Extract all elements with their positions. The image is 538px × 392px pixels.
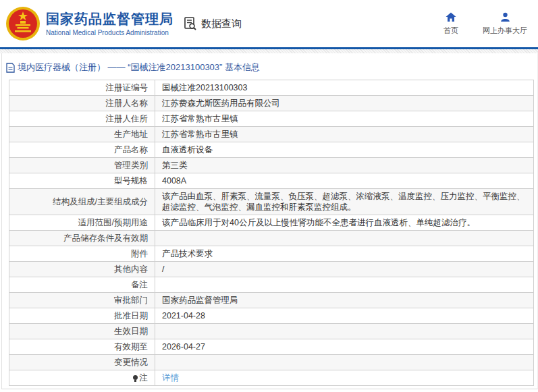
field-label: 注册人名称	[9, 96, 155, 111]
table-row: 有效期至2026-04-27	[9, 339, 534, 355]
table-row: 注册人名称江苏费森尤斯医药用品有限公司	[9, 96, 534, 111]
person-icon	[500, 12, 510, 22]
field-label: 其他内容	[9, 262, 155, 277]
document-icon	[6, 63, 15, 73]
field-label: 结构及组成/主要组成成分	[9, 189, 155, 215]
field-label: 注册证编号	[9, 80, 155, 96]
field-value: 详情	[155, 370, 534, 386]
table-row: 附件产品技术要求	[9, 246, 534, 262]
note-icon	[133, 375, 138, 380]
field-value	[155, 231, 534, 246]
table-row: 注册人住所江苏省常熟市古里镇	[9, 111, 534, 127]
field-value: 江苏省常熟市古里镇	[155, 111, 534, 127]
field-label: 生效日期	[9, 324, 155, 339]
field-value	[155, 355, 534, 370]
field-value	[155, 324, 534, 339]
field-value: 国械注准20213100303	[155, 80, 534, 96]
table-row: 管理类别第三类	[9, 158, 534, 173]
table-row: 结构及组成/主要组成成分该产品由血泵、肝素泵、流量泵、负压泵、超滤泵、浓缩液泵、…	[9, 189, 534, 215]
table-row: 变更情况	[9, 355, 534, 370]
data-query-icon	[183, 16, 198, 31]
field-value: 4008A	[155, 173, 534, 189]
table-row: 适用范围/预期用途该产品临床用于对40公斤及以上慢性肾功能不全患者进行血液透析、…	[9, 215, 534, 231]
field-label: 型号规格	[9, 173, 155, 189]
site-header: 国家药品监督管理局 National Medical Products Admi…	[0, 0, 538, 47]
nav-online-hall-label: 网上办事大厅	[483, 26, 527, 36]
table-row: 注详情	[9, 370, 534, 386]
field-label: 变更情况	[9, 355, 155, 370]
field-label: 管理类别	[9, 158, 155, 173]
national-emblem-logo	[5, 6, 41, 41]
table-row: 备注	[9, 277, 534, 293]
field-label: 有效期至	[9, 339, 155, 355]
table-row: 审批部门国家药品监督管理局	[9, 293, 534, 308]
field-label: 批准日期	[9, 308, 155, 324]
info-table-body: 注册证编号国械注准20213100303注册人名称江苏费森尤斯医药用品有限公司注…	[9, 80, 534, 386]
field-value: 产品技术要求	[155, 246, 534, 262]
field-label: 生产地址	[9, 127, 155, 142]
field-label: 注册人住所	[9, 111, 155, 127]
field-value: 江苏省常熟市古里镇	[155, 127, 534, 142]
field-value: 该产品临床用于对40公斤及以上慢性肾功能不全患者进行血液透析、单纯超滤治疗。	[155, 215, 534, 231]
table-row: 其他内容/	[9, 262, 534, 277]
field-label: 备注	[9, 277, 155, 293]
field-value: /	[155, 262, 534, 277]
field-label: 附件	[9, 246, 155, 262]
detail-link[interactable]: 详情	[162, 373, 179, 383]
org-name-en: National Medical Products Administration	[46, 29, 173, 36]
field-value: 血液透析设备	[155, 142, 534, 158]
field-label: 注	[9, 370, 155, 386]
home-icon	[446, 12, 456, 22]
field-value: 2026-04-27	[155, 339, 534, 355]
field-value: 该产品由血泵、肝素泵、流量泵、负压泵、超滤泵、浓缩液泵、温度监控、压力监控、平衡…	[155, 189, 534, 215]
nav-item-home[interactable]: 首页	[443, 12, 458, 36]
data-query-tab[interactable]: 数据查询	[183, 16, 242, 31]
field-label: 适用范围/预期用途	[9, 215, 155, 231]
table-row: 生效日期	[9, 324, 534, 339]
org-name-zh: 国家药品监督管理局	[46, 11, 173, 28]
data-query-label: 数据查询	[201, 18, 242, 30]
field-label: 产品储存条件及有效期	[9, 231, 155, 246]
brand-block: 国家药品监督管理局 National Medical Products Admi…	[46, 11, 173, 36]
nav-item-online-hall[interactable]: 网上办事大厅	[483, 12, 527, 36]
field-value	[155, 277, 534, 293]
table-row: 批准日期2021-04-28	[9, 308, 534, 324]
field-value: 2021-04-28	[155, 308, 534, 324]
field-value: 江苏费森尤斯医药用品有限公司	[155, 96, 534, 111]
table-row: 产品名称血液透析设备	[9, 142, 534, 158]
field-label: 产品名称	[9, 142, 155, 158]
table-row: 型号规格4008A	[9, 173, 534, 189]
field-value: 国家药品监督管理局	[155, 293, 534, 308]
breadcrumb: 境内医疗器械（注册） —— “国械注准20213100303” 基本信息	[2, 53, 537, 80]
content-panel: 境内医疗器械（注册） —— “国械注准20213100303” 基本信息 注册证…	[1, 53, 538, 389]
table-row: 生产地址江苏省常熟市古里镇	[9, 127, 534, 142]
field-label: 审批部门	[9, 293, 155, 308]
table-row: 产品储存条件及有效期	[9, 231, 534, 246]
page-title: 境内医疗器械（注册） —— “国械注准20213100303” 基本信息	[18, 61, 260, 74]
nav-home-label: 首页	[443, 26, 458, 36]
registration-info-table: 注册证编号国械注准20213100303注册人名称江苏费森尤斯医药用品有限公司注…	[9, 80, 534, 386]
field-value: 第三类	[155, 158, 534, 173]
table-row: 注册证编号国械注准20213100303	[9, 80, 534, 96]
